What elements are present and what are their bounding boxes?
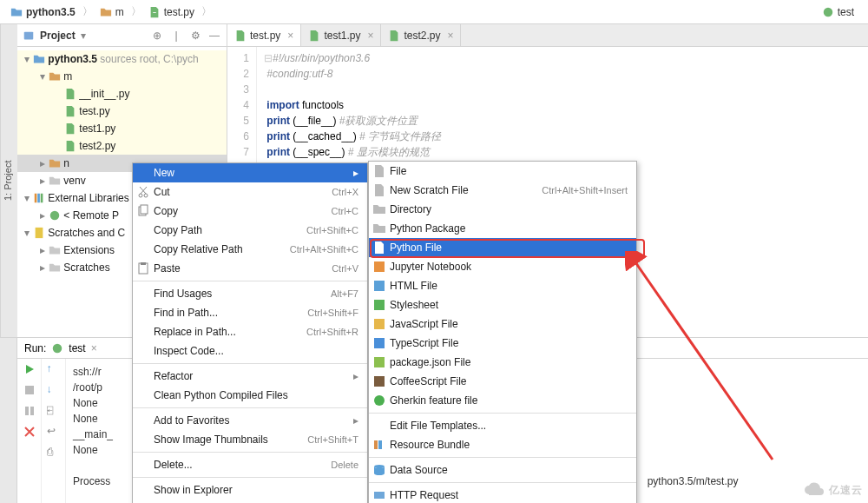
tree-root[interactable]: ▾ python3.5 sources root, C:\pych <box>17 50 227 68</box>
breadcrumb-file[interactable]: test.py <box>143 4 200 20</box>
tree-file[interactable]: test2.py <box>17 137 227 155</box>
close-icon[interactable]: × <box>91 342 97 354</box>
tree-file[interactable]: test1.py <box>17 120 227 137</box>
svg-rect-21 <box>374 338 385 348</box>
print-icon[interactable]: ⎙ <box>47 446 61 460</box>
folder-icon <box>33 53 45 65</box>
tab-test2[interactable]: test2.py× <box>381 24 461 46</box>
close-icon[interactable]: × <box>287 30 293 42</box>
close-icon[interactable]: × <box>367 30 373 42</box>
tree-file[interactable]: __init__.py <box>17 85 227 103</box>
menu-item-file[interactable]: File <box>369 162 636 181</box>
tree-folder-m[interactable]: ▾ m <box>17 68 227 85</box>
svg-point-10 <box>139 194 142 197</box>
breadcrumb-root[interactable]: python3.5 <box>5 4 81 20</box>
chevron-right-icon: ▸ <box>353 414 358 427</box>
menu-item-open-in-terminal[interactable]: Open in Terminal <box>133 500 367 503</box>
wrap-icon[interactable]: ↩ <box>47 425 61 439</box>
svg-rect-26 <box>378 440 382 449</box>
run-config-selector[interactable]: test <box>813 4 863 20</box>
tab-test[interactable]: test.py× <box>227 24 301 46</box>
close-icon[interactable] <box>23 425 36 439</box>
menu-item-package-json-file[interactable]: package.json File <box>369 353 636 372</box>
svg-rect-4 <box>41 194 43 203</box>
run-label: Run: <box>24 342 46 354</box>
menu-item-add-to-favorites[interactable]: Add to Favorites▸ <box>133 411 367 430</box>
svg-point-5 <box>50 211 60 221</box>
down-icon[interactable]: ↓ <box>47 383 61 397</box>
close-icon[interactable]: × <box>447 30 453 42</box>
new-submenu[interactable]: FileNew Scratch FileCtrl+Alt+Shift+Inser… <box>368 161 637 503</box>
menu-item-paste[interactable]: PasteCtrl+V <box>133 259 367 278</box>
menu-item-delete-[interactable]: Delete...Delete <box>133 455 367 474</box>
menu-item-copy-relative-path[interactable]: Copy Relative PathCtrl+Alt+Shift+C <box>133 240 367 259</box>
python-file-icon <box>388 30 400 42</box>
stop-icon[interactable] <box>23 383 36 397</box>
editor-tabs: test.py× test1.py× test2.py× <box>227 24 868 47</box>
cf-icon <box>372 374 386 388</box>
dir-icon <box>372 202 386 216</box>
menu-item-find-usages[interactable]: Find UsagesAlt+F7 <box>133 284 367 303</box>
tree-file[interactable]: test.py <box>17 103 227 120</box>
menu-item-stylesheet[interactable]: Stylesheet <box>369 295 636 314</box>
up-icon[interactable]: ↑ <box>47 362 61 376</box>
svg-rect-17 <box>374 261 385 272</box>
menu-item-copy-path[interactable]: Copy PathCtrl+Shift+C <box>133 221 367 240</box>
svg-rect-9 <box>30 407 34 415</box>
menu-item-cut[interactable]: CutCtrl+X <box>133 182 367 202</box>
project-tool-tab[interactable]: 1: Project <box>0 24 17 337</box>
menu-item-clean-python-compiled-files[interactable]: Clean Python Compiled Files <box>133 386 367 405</box>
python-file-icon <box>64 140 76 152</box>
export-icon[interactable]: ⍇ <box>47 404 61 418</box>
menu-item-gherkin-feature-file[interactable]: Gherkin feature file <box>369 391 636 410</box>
gear-icon[interactable]: ⚙ <box>188 29 202 43</box>
collapse-icon[interactable]: ⊕ <box>150 29 164 43</box>
ds-icon <box>372 463 386 477</box>
menu-item-edit-file-templates-[interactable]: Edit File Templates... <box>369 416 636 435</box>
dropdown-icon[interactable]: ▾ <box>81 30 86 42</box>
pj-icon <box>372 355 386 369</box>
svg-point-24 <box>374 395 385 406</box>
menu-item-data-source[interactable]: Data Source <box>369 460 636 480</box>
menu-item-coffeescript-file[interactable]: CoffeeScript File <box>369 372 636 391</box>
svg-point-0 <box>823 7 832 17</box>
menu-item-directory[interactable]: Directory <box>369 200 636 219</box>
chevron-right-icon: ▸ <box>36 175 49 187</box>
hide-icon[interactable]: — <box>207 29 221 43</box>
menu-item-python-package[interactable]: Python Package <box>369 219 636 238</box>
menu-item-new-scratch-file[interactable]: New Scratch FileCtrl+Alt+Shift+Insert <box>369 181 636 200</box>
menu-item-html-file[interactable]: HTML File <box>369 276 636 295</box>
menu-item-resource-bundle[interactable]: Resource Bundle <box>369 435 636 454</box>
menu-item-show-image-thumbnails[interactable]: Show Image ThumbnailsCtrl+Shift+T <box>133 430 367 449</box>
rb-icon <box>372 438 386 452</box>
tab-test1[interactable]: test1.py× <box>301 24 381 46</box>
svg-rect-19 <box>374 300 385 310</box>
menu-item-find-in-path-[interactable]: Find in Path...Ctrl+Shift+F <box>133 303 367 322</box>
pause-icon[interactable] <box>23 404 36 418</box>
run-tab-name[interactable]: test <box>69 342 85 354</box>
python-file-icon <box>234 30 247 42</box>
chevron-right-icon: ▸ <box>36 261 49 274</box>
paste-icon <box>136 261 150 275</box>
menu-item-replace-in-path-[interactable]: Replace in Path...Ctrl+Shift+R <box>133 322 367 341</box>
menu-item-jupyter-notebook[interactable]: Jupyter Notebook <box>369 257 636 276</box>
ts-icon <box>372 336 386 350</box>
rerun-icon[interactable] <box>23 362 36 376</box>
context-menu[interactable]: New▸CutCtrl+XCopyCtrl+CCopy PathCtrl+Shi… <box>132 162 368 503</box>
menu-item-python-file[interactable]: Python File <box>369 238 636 257</box>
jn-icon <box>372 260 386 274</box>
menu-item-http-request[interactable]: HTTP Request <box>369 486 636 503</box>
menu-item-new[interactable]: New▸ <box>133 163 367 182</box>
menu-item-inspect-code-[interactable]: Inspect Code... <box>133 341 367 361</box>
breadcrumb-mid[interactable]: m <box>95 4 129 20</box>
run-toolbar-2: ↑ ↓ ⍇ ↩ ⎙ <box>42 359 66 503</box>
svg-rect-28 <box>374 492 385 499</box>
menu-item-refactor[interactable]: Refactor▸ <box>133 367 367 386</box>
menu-item-show-in-explorer[interactable]: Show in Explorer <box>133 480 367 500</box>
menu-item-javascript-file[interactable]: JavaScript File <box>369 314 636 334</box>
menu-item-copy[interactable]: CopyCtrl+C <box>133 202 367 221</box>
python-file-icon <box>148 6 161 18</box>
menu-item-typescript-file[interactable]: TypeScript File <box>369 334 636 353</box>
svg-rect-23 <box>374 376 385 387</box>
file-icon <box>372 164 386 178</box>
